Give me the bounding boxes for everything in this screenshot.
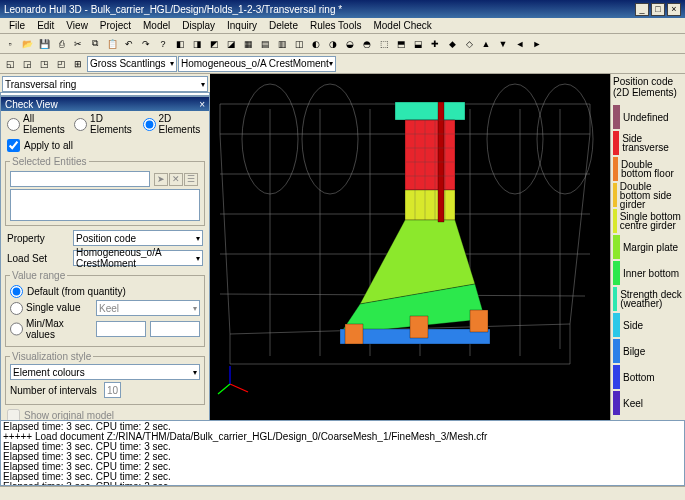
apply-to-all-check[interactable]: Apply to all [1, 137, 209, 154]
legend-item[interactable]: Keel [613, 390, 683, 416]
view-icon[interactable]: ◰ [53, 56, 69, 72]
save-icon[interactable]: 💾 [36, 36, 52, 52]
model-combo[interactable]: Transversal ring [2, 76, 208, 92]
radio-minmax[interactable]: Min/Max values [10, 318, 92, 340]
radio-1d-elements[interactable]: 1D Elements [74, 113, 134, 135]
scantlings-combo[interactable]: Gross Scantlings [87, 56, 177, 72]
radio-all-elements[interactable]: All Elements [7, 113, 66, 135]
tool-icon[interactable]: ◨ [189, 36, 205, 52]
view-icon[interactable]: ◳ [36, 56, 52, 72]
legend-item[interactable]: Inner bottom [613, 260, 683, 286]
tool-icon[interactable]: ▦ [240, 36, 256, 52]
swatch-icon [613, 365, 620, 389]
arrow-icon: ➤ [154, 173, 168, 186]
window-title: Leonardo Hull 3D - Bulk_carrier_HGL/Desi… [4, 4, 342, 15]
undo-icon[interactable]: ↶ [121, 36, 137, 52]
menu-delete[interactable]: Delete [264, 19, 303, 32]
menu-view[interactable]: View [61, 19, 93, 32]
tool-icon[interactable]: ◄ [512, 36, 528, 52]
minimize-button[interactable]: _ [635, 3, 649, 16]
legend-item[interactable]: Strength deck (weather) [613, 286, 683, 312]
svg-rect-10 [470, 310, 488, 332]
svg-point-1 [302, 84, 358, 194]
view-icon[interactable]: ◱ [2, 56, 18, 72]
tool-icon[interactable]: ▲ [478, 36, 494, 52]
menu-rules-tools[interactable]: Rules Tools [305, 19, 367, 32]
swatch-icon [613, 313, 620, 337]
legend-item[interactable]: Side transverse [613, 130, 683, 156]
tool-icon[interactable]: ► [529, 36, 545, 52]
check-view-title[interactable]: Check View× [1, 97, 209, 111]
close-icon[interactable]: × [199, 99, 205, 110]
menu-model-check[interactable]: Model Check [368, 19, 436, 32]
radio-default[interactable]: Default (from quantity) [10, 285, 200, 298]
legend-item[interactable]: Double bottom side girder [613, 182, 683, 208]
close-button[interactable]: × [667, 3, 681, 16]
tool-icon[interactable]: ▼ [495, 36, 511, 52]
tool-icon[interactable]: ◆ [444, 36, 460, 52]
open-icon[interactable]: 📂 [19, 36, 35, 52]
legend-item[interactable]: Single bottom centre girder [613, 208, 683, 234]
tool-icon[interactable]: ⬒ [393, 36, 409, 52]
entity-input [10, 171, 150, 187]
view-icon[interactable]: ◲ [19, 56, 35, 72]
3d-viewport[interactable] [210, 74, 610, 420]
maximize-button[interactable]: □ [651, 3, 665, 16]
tool-icon[interactable]: ◫ [291, 36, 307, 52]
vis-style-combo[interactable]: Element colours [10, 364, 200, 380]
cut-icon[interactable]: ✂ [70, 36, 86, 52]
tool-icon[interactable]: ◩ [206, 36, 222, 52]
swatch-icon [613, 235, 620, 259]
radio-2d-elements[interactable]: 2D Elements [143, 113, 203, 135]
loadcase-combo[interactable]: Homogeneous_o/A CrestMoment [178, 56, 336, 72]
view-icon[interactable]: ⊞ [70, 56, 86, 72]
tool-icon[interactable]: ▤ [257, 36, 273, 52]
tool-icon[interactable]: ◑ [325, 36, 341, 52]
tool-icon[interactable]: ◪ [223, 36, 239, 52]
new-icon[interactable]: ▫ [2, 36, 18, 52]
legend-item[interactable]: Bilge [613, 338, 683, 364]
help-icon[interactable]: ? [155, 36, 171, 52]
swatch-icon [613, 391, 620, 415]
single-value-combo: Keel [96, 300, 200, 316]
menu-file[interactable]: File [4, 19, 30, 32]
legend-item[interactable]: Margin plate [613, 234, 683, 260]
property-combo[interactable]: Position code [73, 230, 203, 246]
copy-icon[interactable]: ⧉ [87, 36, 103, 52]
legend-label: Bilge [623, 347, 645, 356]
tool-icon[interactable]: ⬚ [376, 36, 392, 52]
svg-point-3 [537, 84, 593, 194]
radio-single[interactable]: Single value [10, 302, 92, 315]
toolbar-2: ◱ ◲ ◳ ◰ ⊞ Gross Scantlings Homogeneous_o… [0, 54, 685, 74]
loadset-combo[interactable]: Homogeneous_o/A CrestMoment [73, 250, 203, 266]
toolbar-1: ▫ 📂 💾 ⎙ ✂ ⧉ 📋 ↶ ↷ ? ◧ ◨ ◩ ◪ ▦ ▤ ▥ ◫ ◐ ◑ … [0, 34, 685, 54]
legend-item[interactable]: Side [613, 312, 683, 338]
tool-icon[interactable]: ◓ [359, 36, 375, 52]
legend-item[interactable]: Undefined [613, 104, 683, 130]
min-input [96, 321, 146, 337]
tool-icon[interactable]: ⬓ [410, 36, 426, 52]
tool-icon[interactable]: ◧ [172, 36, 188, 52]
paste-icon[interactable]: 📋 [104, 36, 120, 52]
legend-item[interactable]: Double bottom floor [613, 156, 683, 182]
tool-icon[interactable]: ▥ [274, 36, 290, 52]
swatch-icon [613, 131, 619, 155]
menu-display[interactable]: Display [177, 19, 220, 32]
legend-item[interactable]: Bottom [613, 364, 683, 390]
tool-icon[interactable]: ◐ [308, 36, 324, 52]
menu-inquiry[interactable]: Inquiry [222, 19, 262, 32]
redo-icon[interactable]: ↷ [138, 36, 154, 52]
legend-panel: Position code (2D Elements) UndefinedSid… [610, 74, 685, 420]
num-intervals-label: Number of intervals [10, 385, 100, 396]
menu-project[interactable]: Project [95, 19, 136, 32]
max-input [150, 321, 200, 337]
print-icon[interactable]: ⎙ [53, 36, 69, 52]
value-range-group: Value range Default (from quantity) Sing… [5, 270, 205, 347]
output-log[interactable]: Elapsed time: 3 sec. CPU time: 2 sec.+++… [0, 420, 685, 486]
swatch-icon [613, 339, 620, 363]
menu-model[interactable]: Model [138, 19, 175, 32]
menu-edit[interactable]: Edit [32, 19, 59, 32]
tool-icon[interactable]: ◒ [342, 36, 358, 52]
tool-icon[interactable]: ✚ [427, 36, 443, 52]
tool-icon[interactable]: ◇ [461, 36, 477, 52]
